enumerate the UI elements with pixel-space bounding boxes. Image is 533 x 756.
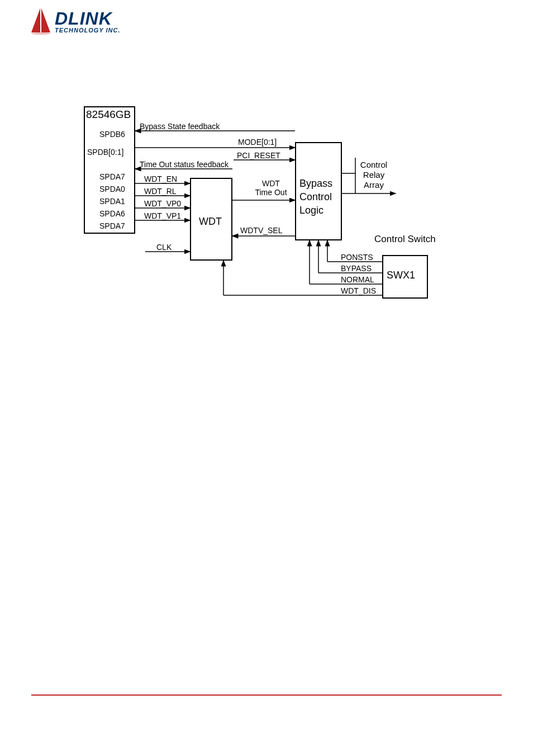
bypass-title-2: Control xyxy=(299,191,332,203)
lbl-bypass-fb: Bypass State feedback xyxy=(140,122,220,131)
logo: DLINK TECHNOLOGY INC. xyxy=(29,6,120,36)
pin-spda7b: SPDA7 xyxy=(99,221,125,230)
wdt-title: WDT xyxy=(199,216,222,228)
pin-spda1: SPDA1 xyxy=(99,197,125,206)
lbl-pci-reset: PCI_RESET xyxy=(237,151,280,160)
chip-title: 82546GB xyxy=(86,108,131,121)
lbl-wdt-vp0: WDT_VP0 xyxy=(144,199,181,208)
lbl-wdt-en: WDT_EN xyxy=(144,174,177,183)
lbl-timeout-fb: Time Out status feedback xyxy=(140,160,229,169)
lbl-bypass-sig: BYPASS xyxy=(341,264,372,273)
pin-spdb01: SPDB[0:1] xyxy=(87,148,123,157)
pin-spdb6: SPDB6 xyxy=(99,130,125,139)
block-diagram: 82546GB SPDB6 SPDB[0:1] SPDA7 SPDA0 SPDA… xyxy=(84,106,447,308)
lbl-ctrl-switch: Control Switch xyxy=(374,234,436,245)
lbl-wdtv-sel: WDTV_SEL xyxy=(240,226,282,235)
lbl-normal: NORMAL xyxy=(341,275,374,284)
pin-spda6: SPDA6 xyxy=(99,209,125,218)
pin-spda7: SPDA7 xyxy=(99,172,125,181)
lbl-wdt-timeout: WDTTime Out xyxy=(249,179,293,197)
lbl-clk: CLK xyxy=(156,243,172,252)
bypass-title-1: Bypass xyxy=(299,178,332,190)
logo-main-text: DLINK xyxy=(55,8,120,29)
svg-point-0 xyxy=(31,32,50,35)
swx1-title: SWX1 xyxy=(387,270,415,281)
footer-divider xyxy=(31,694,502,696)
logo-sub-text: TECHNOLOGY INC. xyxy=(55,27,120,34)
lbl-relay-ctrl: ControlRelayArray xyxy=(354,160,393,190)
lbl-mode: MODE[0:1] xyxy=(238,138,277,147)
lbl-ponsts: PONSTS xyxy=(341,253,373,262)
pin-spda0: SPDA0 xyxy=(99,185,125,193)
lbl-wdt-rl: WDT_RL xyxy=(144,187,177,196)
lbl-wdt-vp1: WDT_VP1 xyxy=(144,211,181,220)
bypass-title-3: Logic xyxy=(299,205,323,216)
logo-triangle-icon xyxy=(29,6,53,36)
lbl-wdt-dis: WDT_DIS xyxy=(341,286,376,295)
